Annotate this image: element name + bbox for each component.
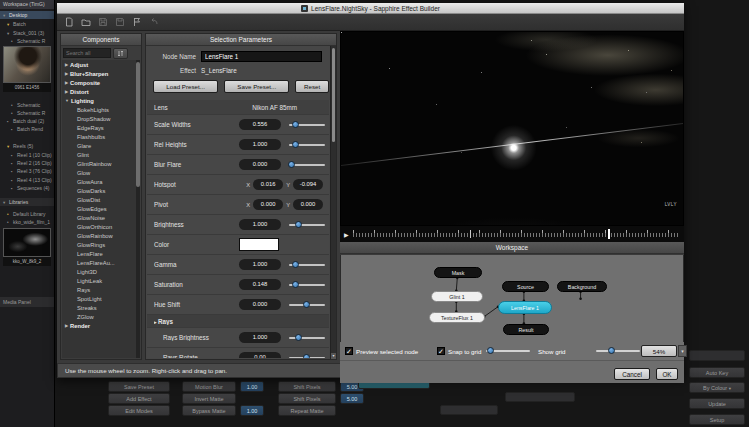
search-input[interactable] (63, 48, 111, 58)
grid-size-slider[interactable] (486, 347, 530, 355)
component-item[interactable]: Composite (62, 78, 140, 87)
parameter-slider[interactable] (289, 354, 325, 359)
zoom-slider[interactable] (596, 347, 640, 355)
background-button[interactable]: Edit Modes (108, 405, 170, 416)
parameter-value-field[interactable]: 1.000 (239, 259, 281, 270)
media-tree-item[interactable]: Reel 4 (13 Clip) (0, 176, 54, 184)
parameter-value-field[interactable]: 1.000 (239, 219, 281, 230)
media-tree-item[interactable]: Schematic (0, 101, 54, 109)
play-icon[interactable]: ▶ (340, 231, 353, 238)
cancel-button[interactable]: Cancel (614, 368, 650, 380)
background-button[interactable]: Motion Blur (182, 381, 236, 392)
parameter-slider[interactable] (289, 221, 325, 229)
open-folder-icon[interactable] (81, 17, 91, 27)
preview-node-checkbox[interactable]: ✓ (345, 347, 353, 355)
component-item[interactable]: GlowRainbow (62, 231, 140, 240)
parameter-slider[interactable] (289, 161, 325, 169)
graph-node[interactable]: Mask (434, 267, 482, 278)
x-value-field[interactable]: 0.000 (253, 199, 283, 210)
color-swatch[interactable] (239, 238, 279, 251)
save-icon[interactable] (98, 17, 108, 27)
y-value-field[interactable]: -0.094 (293, 179, 323, 190)
component-item[interactable]: Rays (62, 285, 140, 294)
graph-node[interactable]: Background (557, 281, 607, 292)
component-item[interactable]: LightLeak (62, 276, 140, 285)
component-item[interactable]: Adjust (62, 60, 140, 69)
component-item[interactable]: Render (62, 321, 140, 330)
slider-handle[interactable] (295, 221, 302, 228)
clip-thumbnail-night[interactable] (3, 228, 51, 257)
component-item[interactable]: Glare (62, 141, 140, 150)
undo-arrow-icon[interactable] (149, 17, 159, 27)
clip-thumbnail-portrait[interactable] (3, 46, 51, 83)
workspace-canvas[interactable]: Mask Glint 1 TextureFlux 1 Source LensFl… (340, 255, 684, 342)
parameter-value-field[interactable]: 0.000 (239, 159, 281, 170)
sort-button[interactable] (113, 48, 128, 59)
dialog-titlebar[interactable]: LensFlare.NightSky - Sapphire Effect Bui… (57, 3, 684, 14)
media-tree-item[interactable]: Batch dual (2) (0, 117, 54, 125)
zoom-dropdown-icon[interactable]: ▾ (678, 345, 687, 357)
flag-icon[interactable] (132, 17, 142, 27)
parameter-slider[interactable] (289, 301, 325, 309)
background-button[interactable]: Setup (689, 414, 745, 425)
background-button[interactable]: Auto Key (689, 367, 745, 378)
graph-node[interactable]: Glint 1 (431, 291, 483, 302)
component-item[interactable]: GlowDist (62, 195, 140, 204)
component-item[interactable]: Glow (62, 168, 140, 177)
media-tree-item[interactable]: Desktop (0, 11, 54, 19)
slider-handle[interactable] (303, 301, 310, 308)
media-tree-item[interactable]: Batch Rend (0, 125, 54, 133)
graph-node[interactable]: Result (503, 324, 549, 335)
slider-handle[interactable] (292, 141, 299, 148)
new-document-icon[interactable] (64, 17, 74, 27)
slider-handle[interactable] (292, 121, 299, 128)
background-button[interactable]: Save Preset (108, 381, 170, 392)
slider-handle[interactable] (303, 354, 310, 359)
y-value-field[interactable]: 0.000 (293, 199, 323, 210)
background-button[interactable]: Invert Matte (182, 393, 236, 404)
parameter-slider[interactable] (289, 141, 325, 149)
parameter-value-field[interactable]: 0.148 (239, 279, 281, 290)
component-item[interactable]: GlowRings (62, 240, 140, 249)
component-item[interactable]: Light3D (62, 267, 140, 276)
components-scrollbar[interactable] (136, 60, 140, 358)
component-item[interactable]: Blur+Sharpen (62, 69, 140, 78)
slider-handle[interactable] (295, 334, 302, 341)
component-item[interactable]: DropShadow (62, 114, 140, 123)
component-item[interactable]: ZGlow (62, 312, 140, 321)
slider-handle[interactable] (292, 281, 299, 288)
graph-node[interactable]: Source (502, 281, 549, 292)
media-panel-label[interactable]: Media Panel (0, 297, 54, 307)
media-tree-item[interactable]: Batch (0, 20, 54, 28)
media-tree-item[interactable]: Schematic R (0, 37, 54, 45)
slider-handle[interactable] (292, 261, 299, 268)
parameter-slider[interactable] (289, 121, 325, 129)
component-item[interactable]: GlowOrthicon (62, 222, 140, 231)
parameter-value-field[interactable]: 0.000 (239, 299, 281, 310)
component-item[interactable]: Flashbulbs (62, 132, 140, 141)
node-name-input[interactable] (201, 51, 322, 62)
background-button[interactable]: 1.00 (240, 405, 264, 416)
preview-viewport[interactable]: LVLY (340, 31, 684, 226)
zoom-level-button[interactable]: 54% (641, 345, 677, 357)
component-item[interactable]: GlowAura (62, 177, 140, 186)
component-item[interactable]: LensFlareAu... (62, 258, 140, 267)
background-button[interactable]: Bypass Matte (182, 405, 236, 416)
background-button-blank[interactable] (440, 405, 498, 415)
background-button[interactable]: Add Effect (108, 393, 170, 404)
background-button[interactable]: Repeat Matte (278, 405, 336, 416)
media-tree-item[interactable]: Reels (5) (0, 142, 54, 150)
background-button-blank[interactable] (505, 392, 575, 402)
graph-node[interactable]: TextureFlux 1 (429, 312, 485, 323)
timeline-ruler[interactable] (353, 229, 680, 239)
background-button[interactable]: Shift Pixels (278, 381, 336, 392)
component-item[interactable]: SpotLight (62, 294, 140, 303)
parameter-value-field[interactable]: 0.00 (239, 352, 281, 358)
background-button[interactable]: Update (689, 398, 745, 409)
media-tree-item[interactable]: kko_wide_film_1 (0, 218, 54, 226)
parameter-slider[interactable] (289, 281, 325, 289)
component-item[interactable]: GlowEdges (62, 204, 140, 213)
background-button[interactable]: Shift Pixels (278, 393, 336, 404)
parameter-value-field[interactable]: 1.000 (239, 332, 281, 343)
component-item[interactable]: GlintRainbow (62, 159, 140, 168)
